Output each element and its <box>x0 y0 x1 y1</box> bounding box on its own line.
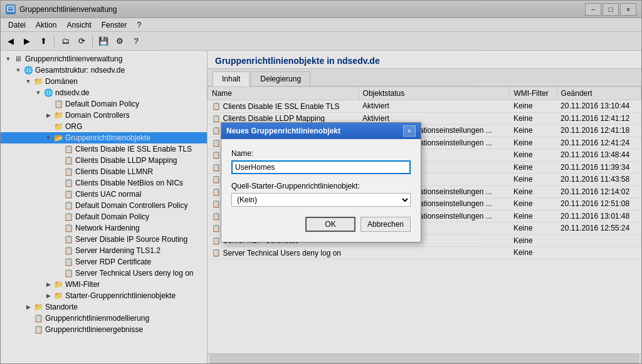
modal-body: Name: Quell-Starter-Gruppenrichtlinienob… <box>221 139 421 242</box>
source-field-label: Quell-Starter-Gruppenrichtlinienobjekt: <box>231 182 411 190</box>
modal-close-button[interactable]: × <box>403 125 416 137</box>
name-input[interactable] <box>231 160 411 174</box>
modal-overlay: Neues Gruppenrichtlinienobjekt × Name: Q… <box>0 0 642 364</box>
modal-title-bar: Neues Gruppenrichtlinienobjekt × <box>221 123 421 139</box>
name-field-label: Name: <box>231 149 411 158</box>
new-gpo-dialog: Neues Gruppenrichtlinienobjekt × Name: Q… <box>221 122 421 242</box>
source-select[interactable]: (Kein) <box>231 193 411 207</box>
modal-title: Neues Gruppenrichtlinienobjekt <box>226 127 403 135</box>
modal-buttons: OK Abbrechen <box>231 217 411 232</box>
cancel-button[interactable]: Abbrechen <box>360 217 411 232</box>
ok-button[interactable]: OK <box>305 217 355 232</box>
